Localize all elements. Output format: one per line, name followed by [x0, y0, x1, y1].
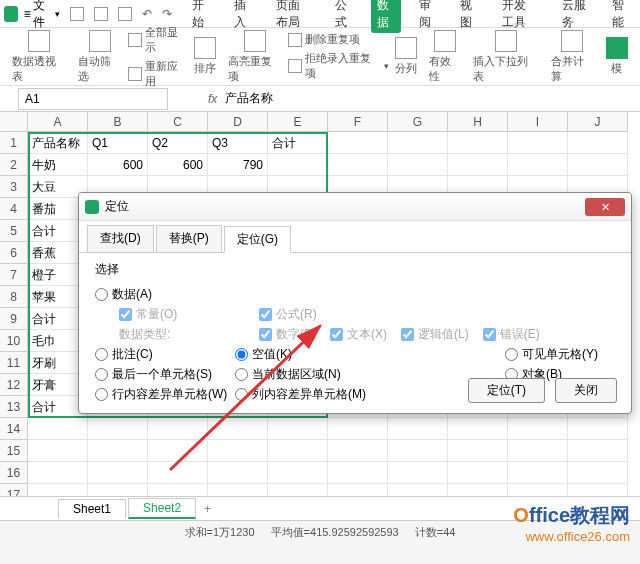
- radio-blank[interactable]: 空值(K): [235, 346, 385, 363]
- row-header[interactable]: 6: [0, 242, 28, 264]
- cell[interactable]: [328, 462, 388, 484]
- add-sheet-button[interactable]: +: [204, 502, 211, 516]
- ok-button[interactable]: 定位(T): [468, 378, 545, 403]
- radio-visible[interactable]: 可见单元格(Y): [505, 346, 605, 363]
- cell[interactable]: [28, 440, 88, 462]
- cell[interactable]: [388, 462, 448, 484]
- cell[interactable]: [568, 462, 628, 484]
- radio-comment[interactable]: 批注(C): [95, 346, 235, 363]
- cell[interactable]: [388, 440, 448, 462]
- undo-icon[interactable]: ↶: [142, 7, 152, 21]
- cell[interactable]: [508, 462, 568, 484]
- cell[interactable]: 合计: [268, 132, 328, 154]
- tab-developer[interactable]: 开发工具: [496, 0, 544, 33]
- cell[interactable]: [88, 418, 148, 440]
- cell[interactable]: [208, 440, 268, 462]
- column-header[interactable]: D: [208, 112, 268, 132]
- column-header[interactable]: I: [508, 112, 568, 132]
- tab-find[interactable]: 查找(D): [87, 225, 154, 252]
- dialog-titlebar[interactable]: 定位 ✕: [79, 193, 631, 221]
- tab-cloud[interactable]: 云服务: [556, 0, 595, 33]
- cell[interactable]: 600: [88, 154, 148, 176]
- row-header[interactable]: 14: [0, 418, 28, 440]
- radio-currentregion[interactable]: 当前数据区域(N): [235, 366, 385, 383]
- cell[interactable]: [208, 418, 268, 440]
- row-header[interactable]: 9: [0, 308, 28, 330]
- preview-icon[interactable]: [118, 7, 132, 21]
- tab-review[interactable]: 审阅: [413, 0, 443, 33]
- pivot-button[interactable]: 数据透视表: [12, 30, 66, 84]
- column-header[interactable]: B: [88, 112, 148, 132]
- text-to-columns-button[interactable]: 分列: [395, 37, 417, 76]
- column-header[interactable]: A: [28, 112, 88, 132]
- close-button[interactable]: ✕: [585, 198, 625, 216]
- showall-button[interactable]: 全部显示: [128, 25, 188, 55]
- cell[interactable]: [568, 132, 628, 154]
- column-header[interactable]: G: [388, 112, 448, 132]
- cell[interactable]: [388, 132, 448, 154]
- cell[interactable]: 600: [148, 154, 208, 176]
- formula-value[interactable]: 产品名称: [225, 90, 273, 107]
- radio-lastcell[interactable]: 最后一个单元格(S): [95, 366, 235, 383]
- cell[interactable]: 790: [208, 154, 268, 176]
- row-header[interactable]: 1: [0, 132, 28, 154]
- row-header[interactable]: 4: [0, 198, 28, 220]
- radio-data[interactable]: 数据(A): [95, 286, 235, 303]
- sheet-tab-2[interactable]: Sheet2: [128, 498, 196, 519]
- cell[interactable]: [388, 154, 448, 176]
- save-icon[interactable]: [70, 7, 84, 21]
- cell[interactable]: [328, 132, 388, 154]
- radio-rowdiff[interactable]: 行内容差异单元格(W): [95, 386, 235, 403]
- cell[interactable]: [268, 462, 328, 484]
- cell[interactable]: [448, 132, 508, 154]
- column-header[interactable]: E: [268, 112, 328, 132]
- validation-button[interactable]: 有效性: [429, 30, 462, 84]
- tab-ai[interactable]: 智能: [606, 0, 636, 33]
- cell[interactable]: [28, 418, 88, 440]
- cell[interactable]: [88, 462, 148, 484]
- file-menu[interactable]: ≡文件▾: [24, 0, 62, 31]
- reapply-button[interactable]: 重新应用: [128, 59, 188, 89]
- cell[interactable]: [448, 462, 508, 484]
- row-header[interactable]: 8: [0, 286, 28, 308]
- autofilter-button[interactable]: 自动筛选: [78, 30, 121, 84]
- row-header[interactable]: 2: [0, 154, 28, 176]
- fx-icon[interactable]: fx: [208, 92, 217, 106]
- cell[interactable]: [568, 440, 628, 462]
- cell[interactable]: [328, 154, 388, 176]
- tab-goto[interactable]: 定位(G): [224, 226, 291, 253]
- row-header[interactable]: 15: [0, 440, 28, 462]
- cell[interactable]: [268, 440, 328, 462]
- cell[interactable]: [388, 418, 448, 440]
- radio-coldiff[interactable]: 列内容差异单元格(M): [235, 386, 385, 403]
- tab-insert[interactable]: 插入: [228, 0, 258, 33]
- dropdown-button[interactable]: 插入下拉列表: [473, 30, 538, 84]
- cell[interactable]: 产品名称: [28, 132, 88, 154]
- cell[interactable]: [88, 440, 148, 462]
- cell[interactable]: Q1: [88, 132, 148, 154]
- row-header[interactable]: 7: [0, 264, 28, 286]
- tab-home[interactable]: 开始: [186, 0, 216, 33]
- column-header[interactable]: J: [568, 112, 628, 132]
- close-dialog-button[interactable]: 关闭: [555, 378, 617, 403]
- cell[interactable]: [268, 154, 328, 176]
- cell[interactable]: [328, 440, 388, 462]
- tab-formulas[interactable]: 公式: [329, 0, 359, 33]
- cell[interactable]: [508, 132, 568, 154]
- cell[interactable]: [508, 154, 568, 176]
- column-header[interactable]: C: [148, 112, 208, 132]
- tab-replace[interactable]: 替换(P): [156, 225, 222, 252]
- cell[interactable]: [568, 418, 628, 440]
- tab-view[interactable]: 视图: [454, 0, 484, 33]
- row-header[interactable]: 13: [0, 396, 28, 418]
- cell[interactable]: [508, 418, 568, 440]
- cell[interactable]: Q2: [148, 132, 208, 154]
- cell[interactable]: [448, 418, 508, 440]
- cell[interactable]: [148, 462, 208, 484]
- print-icon[interactable]: [94, 7, 108, 21]
- column-header[interactable]: H: [448, 112, 508, 132]
- consolidate-button[interactable]: 合并计算: [551, 30, 594, 84]
- highlight-dup-button[interactable]: 高亮重复项: [228, 30, 282, 84]
- redo-icon[interactable]: ↷: [162, 7, 172, 21]
- cell[interactable]: [328, 418, 388, 440]
